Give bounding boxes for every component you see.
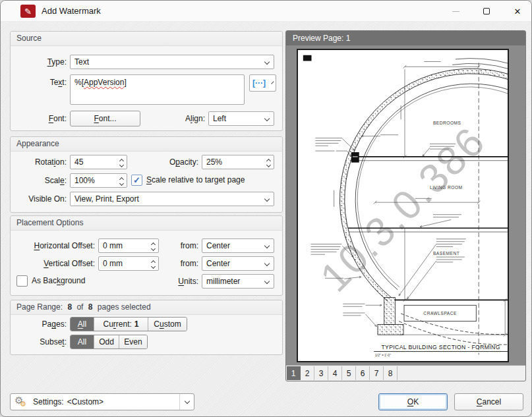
preview-page-button-6[interactable]: 6 bbox=[356, 366, 370, 380]
settings-combo[interactable]: ⚙ ⚙ Settings: <Custom> bbox=[10, 393, 194, 410]
vertical-offset-label: Vertical Offset: bbox=[11, 256, 95, 271]
pages-all-button[interactable]: All bbox=[71, 318, 94, 331]
selected-count: 8 bbox=[67, 302, 72, 312]
minimize-button[interactable] bbox=[440, 1, 471, 22]
align-value: Left bbox=[213, 114, 226, 123]
rotation-spinner[interactable]: 45 bbox=[70, 155, 127, 169]
type-select[interactable]: Text bbox=[70, 55, 274, 69]
align-label: Align: bbox=[169, 111, 205, 126]
spinner-buttons[interactable] bbox=[152, 257, 155, 270]
ok-button[interactable]: OK bbox=[378, 393, 448, 410]
spinner-buttons[interactable] bbox=[120, 174, 123, 187]
preview-drawing: BEDROOMS LIVING ROOM BASEMENT CRAWLSPACE… bbox=[298, 50, 509, 362]
h-from-label: from: bbox=[162, 238, 198, 253]
preview-header: Preview Page: 1 bbox=[286, 31, 525, 45]
visible-on-select[interactable]: View, Print, Export bbox=[70, 192, 274, 206]
scale-label: Scale: bbox=[11, 173, 67, 188]
maximize-icon bbox=[483, 8, 490, 14]
as-background-checkbox[interactable] bbox=[16, 275, 28, 287]
text-value-word: AppVersion bbox=[84, 78, 124, 87]
units-select[interactable]: millimeter bbox=[202, 274, 274, 289]
spinner-buttons[interactable] bbox=[267, 155, 270, 169]
subset-even-button[interactable]: Even bbox=[119, 335, 147, 348]
drawing-section-title: TYPICAL BUILDING SECTION - FORMING bbox=[381, 344, 500, 350]
chevron-down-icon bbox=[264, 196, 270, 202]
scale-spinner[interactable]: 100% bbox=[70, 173, 127, 188]
preview-page-button-3[interactable]: 3 bbox=[314, 366, 328, 380]
app-logo-icon: ✎ bbox=[20, 5, 36, 18]
pages-custom-button[interactable]: Custom bbox=[148, 318, 187, 331]
cancel-button[interactable]: Cancel bbox=[454, 393, 523, 410]
units-label: Units: bbox=[162, 274, 198, 289]
v-from-value: Center bbox=[206, 259, 230, 268]
rotation-value: 45 bbox=[74, 157, 83, 167]
chevron-down-icon bbox=[184, 398, 189, 403]
subset-segmented-control: All Odd Even bbox=[70, 335, 148, 349]
title-bar: ✎ Add Watermark ✕ bbox=[1, 1, 531, 22]
horizontal-offset-spinner[interactable]: 0 mm bbox=[98, 238, 159, 253]
align-select[interactable]: Left bbox=[208, 111, 274, 126]
font-button[interactable]: Font... bbox=[70, 111, 140, 126]
appearance-group-title: Appearance bbox=[11, 137, 282, 152]
scale-relative-label: Scale relative to target page bbox=[146, 175, 245, 186]
drawing-label-bedrooms: BEDROOMS bbox=[433, 121, 461, 125]
settings-gear-icon: ⚙ ⚙ bbox=[15, 395, 29, 410]
drawing-section-scale: 1/2" = 1'-0" bbox=[375, 354, 391, 357]
placement-group-title: Placement Options bbox=[11, 216, 282, 231]
maximize-button[interactable] bbox=[471, 1, 502, 22]
settings-label: Settings: bbox=[33, 397, 64, 406]
window-title: Add Watermark bbox=[42, 1, 101, 22]
v-from-label: from: bbox=[162, 256, 198, 271]
preview-page-button-4[interactable]: 4 bbox=[328, 366, 342, 380]
text-input[interactable]: %[AppVersion] bbox=[70, 74, 245, 105]
font-label: Font: bbox=[11, 111, 67, 126]
close-button[interactable]: ✕ bbox=[502, 1, 532, 22]
horizontal-offset-label: Horizontal Offset: bbox=[11, 238, 95, 253]
vertical-offset-spinner[interactable]: 0 mm bbox=[98, 256, 159, 271]
preview-page-button-8[interactable]: 8 bbox=[384, 366, 398, 380]
horizontal-offset-value: 0 mm bbox=[103, 241, 123, 250]
settings-value: <Custom> bbox=[67, 397, 103, 406]
spin-down-icon bbox=[119, 181, 124, 186]
units-value: millimeter bbox=[206, 277, 240, 286]
current-label: Current: bbox=[103, 320, 131, 329]
rotation-label: Rotation: bbox=[11, 155, 67, 169]
macro-button[interactable]: [···] bbox=[249, 74, 276, 92]
scale-value: 100% bbox=[74, 176, 95, 185]
spin-down-icon bbox=[151, 264, 156, 269]
current-page-number: 1 bbox=[134, 320, 139, 329]
chevron-down-icon bbox=[264, 243, 270, 248]
visible-on-value: View, Print, Export bbox=[74, 194, 139, 204]
source-group-title: Source bbox=[11, 32, 282, 46]
drawing-label-crawlspace: CRAWLSPACE bbox=[423, 311, 457, 316]
subset-all-button[interactable]: All bbox=[71, 335, 94, 348]
text-label: Text: bbox=[11, 75, 67, 90]
preview-page-button-7[interactable]: 7 bbox=[370, 366, 384, 380]
pages-label: Pages: bbox=[11, 317, 67, 331]
check-icon: ✓ bbox=[133, 175, 140, 185]
v-from-select[interactable]: Center bbox=[202, 256, 274, 271]
scale-relative-checkbox[interactable]: ✓ bbox=[131, 175, 142, 186]
spin-down-icon bbox=[266, 163, 271, 167]
chevron-down-icon bbox=[264, 59, 270, 65]
visible-on-label: Visible On: bbox=[11, 192, 67, 206]
preview-page-buttons: 12345678 bbox=[286, 365, 525, 381]
preview-page-button-1[interactable]: 1 bbox=[287, 366, 301, 380]
preview-page-button-5[interactable]: 5 bbox=[342, 366, 356, 380]
chevron-down-icon bbox=[264, 116, 270, 121]
h-from-select[interactable]: Center bbox=[202, 238, 274, 253]
chevron-down-icon bbox=[264, 279, 270, 284]
preview-pane: Preview Page: 1 10.3.0.386 bbox=[285, 30, 526, 381]
text-value-prefix: %[ bbox=[74, 78, 84, 87]
settings-dropdown-button[interactable] bbox=[179, 394, 194, 410]
subset-odd-button[interactable]: Odd bbox=[94, 335, 119, 348]
total-count: 8 bbox=[88, 302, 93, 312]
subset-label: Subset: bbox=[11, 335, 67, 349]
drawing-label-living-room: LIVING ROOM bbox=[430, 185, 463, 190]
opacity-spinner[interactable]: 25% bbox=[202, 155, 274, 169]
preview-page-button-2[interactable]: 2 bbox=[301, 366, 314, 380]
spinner-buttons[interactable] bbox=[152, 239, 155, 252]
pages-current-button[interactable]: Current: 1 bbox=[94, 318, 148, 331]
spinner-buttons[interactable] bbox=[120, 155, 123, 169]
pages-segmented-control: All Current: 1 Custom bbox=[70, 317, 187, 331]
